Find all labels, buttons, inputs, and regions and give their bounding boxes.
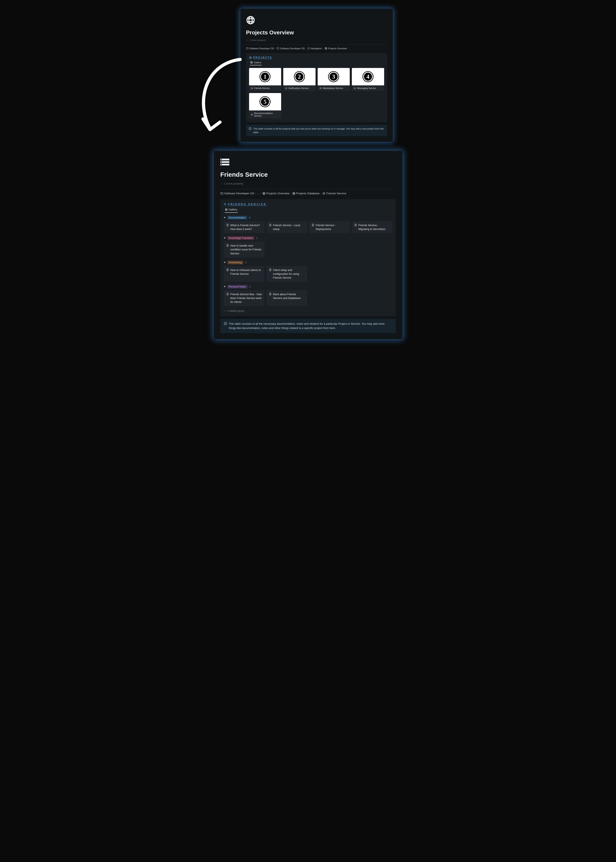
group-tag: Personal Notes: [227, 285, 248, 289]
panel-title-text: PROJECTS: [253, 56, 272, 59]
breadcrumb-label: Friends Service: [326, 192, 346, 195]
card-label: Marketplace Service: [323, 87, 343, 90]
breadcrumb-item[interactable]: Software Developer OS: [246, 47, 274, 50]
globe-icon: [246, 16, 255, 25]
triangle-down-icon: [224, 262, 226, 263]
doc-title: More about Friends Servers and Databases: [273, 293, 305, 300]
doc-title: Friends Service - Local setup: [273, 223, 305, 231]
triangle-down-icon: [224, 286, 226, 287]
group-tag: Knowledge Transition: [227, 236, 255, 240]
card-cover: 2: [283, 68, 316, 85]
group-count: 1: [256, 237, 258, 239]
card-label: Messaging Service: [357, 87, 376, 90]
doc-card[interactable]: Friends Service - Deployments: [309, 221, 350, 233]
chevron-down-icon: [220, 182, 223, 185]
server-stack-icon: [220, 159, 229, 165]
card-label: Notifications Service: [289, 87, 309, 90]
breadcrumb-label: Software Developer OS: [280, 47, 305, 50]
tab-gallery[interactable]: Gallery: [225, 207, 238, 213]
more-properties-toggle[interactable]: 1 more property: [220, 182, 396, 185]
card-cover: 5: [249, 93, 281, 110]
breadcrumb-item[interactable]: ...: [257, 192, 259, 195]
project-card[interactable]: 5Recommendations Service: [249, 93, 281, 118]
doc-card[interactable]: Friends Service - Migrating to Serverles…: [352, 221, 393, 233]
doc-card[interactable]: How to handle race condition issue for F…: [224, 242, 264, 257]
groups-container: Documentation4What is Friends Service? H…: [224, 216, 393, 306]
globe-icon: [292, 192, 295, 195]
group-header[interactable]: Knowledge Transition1: [224, 236, 393, 240]
chevron-down-icon: [224, 310, 226, 312]
doc-title: How to Onboard clients to Friends Servic…: [230, 268, 262, 276]
number-badge: 3: [329, 72, 338, 82]
compass-icon: [308, 47, 310, 50]
doc-icon: [226, 293, 229, 296]
tab-gallery[interactable]: Gallery: [250, 60, 262, 65]
card-cover: 4: [352, 68, 384, 85]
hidden-group-toggle[interactable]: 1 hidden group: [224, 310, 393, 312]
panel-title-link[interactable]: PROJECTS: [249, 56, 384, 59]
card-cover: 1: [249, 68, 281, 85]
group-tag: Onboarding: [227, 261, 244, 264]
projects-panel: PROJECTS Gallery 1Friends Service2Notifi…: [246, 53, 387, 122]
doc-card[interactable]: Friends Service - Local setup: [267, 221, 307, 233]
number-badge: 2: [294, 72, 304, 82]
more-properties-toggle[interactable]: 1 more property: [246, 39, 387, 41]
breadcrumb-item[interactable]: Projects Overview: [262, 192, 289, 195]
breadcrumb-label: Projects Database: [296, 192, 320, 195]
breadcrumb-separator: /: [291, 192, 291, 195]
breadcrumb-separator: /: [255, 192, 256, 195]
breadcrumb-item[interactable]: Projects Database: [292, 192, 320, 195]
doc-title: How to handle race condition issue for F…: [230, 244, 262, 255]
breadcrumb-item[interactable]: Software Developer OS: [277, 47, 305, 50]
number-badge: 1: [260, 72, 270, 82]
group-count: 4: [249, 216, 250, 219]
breadcrumb-item[interactable]: Navigation: [308, 47, 322, 50]
globe-icon: [262, 192, 266, 195]
doc-grid: How to Onboard clients to Friends Servic…: [224, 266, 393, 282]
doc-card[interactable]: More about Friends Servers and Databases: [267, 290, 307, 306]
doc-title: Friends Service - Migrating to Serverles…: [358, 223, 390, 231]
breadcrumb-item[interactable]: Friends Service: [322, 192, 346, 195]
group-header[interactable]: Onboarding2: [224, 261, 393, 264]
list-icon: [251, 113, 253, 116]
list-icon: [354, 87, 356, 90]
project-card[interactable]: 2Notifications Service: [283, 68, 316, 91]
group-count: 2: [249, 285, 251, 288]
breadcrumb-label: Software Developer OS: [250, 47, 274, 50]
group-count: 2: [245, 261, 247, 264]
doc-icon: [354, 223, 357, 227]
doc-card[interactable]: Friends Service flow - How does Friends …: [224, 290, 264, 306]
card-icon: [220, 192, 223, 195]
divider: [220, 189, 396, 189]
project-card[interactable]: 3Marketplace Service: [317, 68, 350, 91]
group-header[interactable]: Personal Notes2: [224, 285, 393, 289]
doc-card[interactable]: How to Onboard clients to Friends Servic…: [224, 266, 264, 282]
breadcrumb-label: Navigation: [311, 47, 322, 50]
number-badge: 4: [363, 72, 373, 82]
doc-card[interactable]: Client setup and configuration for using…: [267, 266, 307, 282]
doc-card[interactable]: What is Friends Service? How does it wor…: [224, 221, 264, 233]
group-header[interactable]: Documentation4: [224, 216, 393, 220]
breadcrumb-item[interactable]: Projects Overview: [325, 47, 347, 50]
breadcrumb-label: ...: [257, 192, 259, 195]
friends-service-frame: Friends Service 1 more property Software…: [214, 151, 402, 339]
breadcrumb-label: Software Developer OS: [224, 192, 255, 195]
doc-title: Friends Service - Deployments: [316, 223, 347, 231]
projects-overview-frame: Projects Overview 1 more property Softwa…: [240, 8, 393, 142]
breadcrumb-separator: /: [323, 47, 324, 50]
triangle-down-icon: [224, 217, 226, 218]
doc-icon: [269, 223, 272, 227]
project-card[interactable]: 1Friends Service: [249, 68, 281, 91]
list-icon: [251, 87, 253, 90]
divider: [246, 44, 387, 45]
project-card[interactable]: 4Messaging Service: [352, 68, 384, 91]
gallery-icon: [250, 61, 253, 64]
panel-title-link[interactable]: FRIENDS SERVICE: [224, 203, 393, 206]
card-label-row: Friends Service: [249, 85, 281, 91]
list-icon: [285, 87, 288, 90]
doc-grid: What is Friends Service? How does it wor…: [224, 221, 393, 233]
group-tag: Documentation: [227, 216, 247, 220]
breadcrumb-item[interactable]: Software Developer OS: [220, 192, 255, 195]
doc-title: What is Friends Service? How does it wor…: [230, 223, 262, 231]
info-callout: This table consists of all the projects …: [246, 125, 387, 136]
